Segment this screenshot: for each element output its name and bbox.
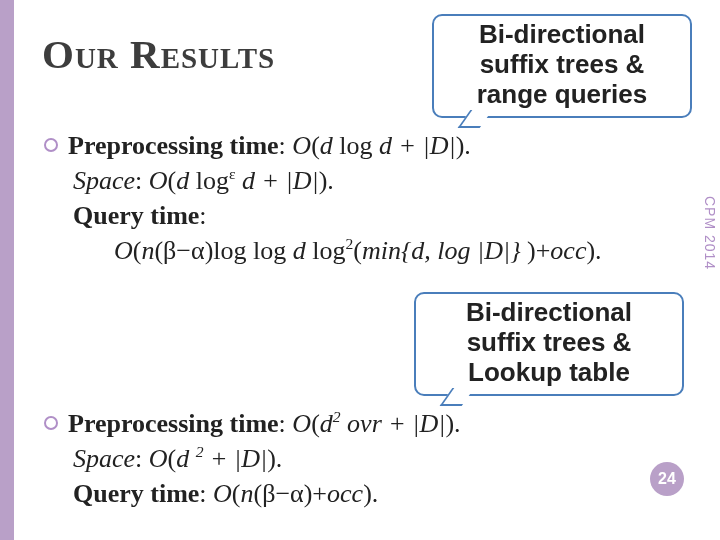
math: )+ — [521, 236, 551, 265]
callout-bottom: Bi-directional suffix trees & Lookup tab… — [414, 292, 684, 396]
label: Query time — [73, 201, 199, 230]
text-line: Space: O(d logε d + |D|). — [73, 163, 692, 198]
page-number-badge: 24 — [650, 462, 684, 496]
math: ). — [363, 479, 378, 508]
math: ). — [319, 166, 334, 195]
label: Space — [73, 444, 135, 473]
math: O — [292, 409, 311, 438]
callout-top: Bi-directional suffix trees & range quer… — [432, 14, 692, 118]
math: ( — [311, 131, 320, 160]
math: ( — [168, 166, 177, 195]
sep: : — [135, 444, 149, 473]
slide-title: Our Results — [42, 30, 275, 78]
math: ( — [353, 236, 362, 265]
math: d — [176, 166, 189, 195]
result-block-2: Preprocessing time: O(d2 ovr + |D|). Spa… — [44, 406, 692, 511]
callout-line: suffix trees & — [434, 328, 664, 358]
math: log — [306, 236, 346, 265]
sep: : — [135, 166, 149, 195]
superscript: 2 — [196, 443, 204, 460]
math: log — [189, 166, 229, 195]
label: Preprocessing time — [68, 409, 279, 438]
text-line: Preprocessing time: O(d log d + |D|). — [68, 128, 471, 163]
math: ovr + |D| — [341, 409, 446, 438]
result-block-1: Preprocessing time: O(d log d + |D|). Sp… — [44, 128, 692, 268]
math: ). — [445, 409, 460, 438]
text-line: O(n(β−α)log log d log2(min{d, log |D|} )… — [114, 233, 692, 268]
label: Space — [73, 166, 135, 195]
sep: : — [199, 201, 206, 230]
math: ( — [232, 479, 241, 508]
math: O — [213, 479, 232, 508]
math: occ — [550, 236, 586, 265]
math: d + |D| — [379, 131, 456, 160]
math: d — [176, 444, 196, 473]
math: ( — [311, 409, 320, 438]
math: (β−α)log log — [154, 236, 292, 265]
slide: Our Results Bi-directional suffix trees … — [0, 0, 720, 540]
math: O — [292, 131, 311, 160]
math: ( — [168, 444, 177, 473]
callout-line: suffix trees & — [452, 50, 672, 80]
math: log — [333, 131, 379, 160]
text-line: Space: O(d 2 + |D|). — [73, 441, 692, 476]
math: ). — [586, 236, 601, 265]
math: + |D| — [204, 444, 268, 473]
math: O — [114, 236, 133, 265]
sep: : — [279, 409, 293, 438]
math: d — [320, 409, 333, 438]
callout-tail — [440, 388, 475, 406]
callout-line: Bi-directional — [434, 298, 664, 328]
callout-line: range queries — [452, 80, 672, 110]
callout-tail — [458, 110, 493, 128]
superscript: 2 — [333, 408, 341, 425]
text-line: Preprocessing time: O(d2 ovr + |D|). — [68, 406, 461, 441]
sep: : — [199, 479, 213, 508]
math: d + |D| — [236, 166, 319, 195]
math: d — [293, 236, 306, 265]
callout-line: Lookup table — [434, 358, 664, 388]
math: occ — [327, 479, 363, 508]
side-label: CPM 2014 — [702, 196, 718, 270]
math: ). — [267, 444, 282, 473]
math: ). — [456, 131, 471, 160]
math: O — [149, 166, 168, 195]
math: O — [149, 444, 168, 473]
text-line: Query time: — [73, 198, 692, 233]
math: n — [241, 479, 254, 508]
label: Preprocessing time — [68, 131, 279, 160]
bullet-line: Preprocessing time: O(d log d + |D|). — [44, 128, 692, 163]
text-line: Query time: O(n(β−α)+occ). — [73, 476, 692, 511]
math: min{d, log |D|} — [362, 236, 521, 265]
math: (β−α)+ — [254, 479, 328, 508]
bullet-icon — [44, 416, 58, 430]
bullet-line: Preprocessing time: O(d2 ovr + |D|). — [44, 406, 692, 441]
bullet-icon — [44, 138, 58, 152]
sep: : — [279, 131, 293, 160]
math: n — [141, 236, 154, 265]
math: d — [320, 131, 333, 160]
callout-line: Bi-directional — [452, 20, 672, 50]
label: Query time — [73, 479, 199, 508]
